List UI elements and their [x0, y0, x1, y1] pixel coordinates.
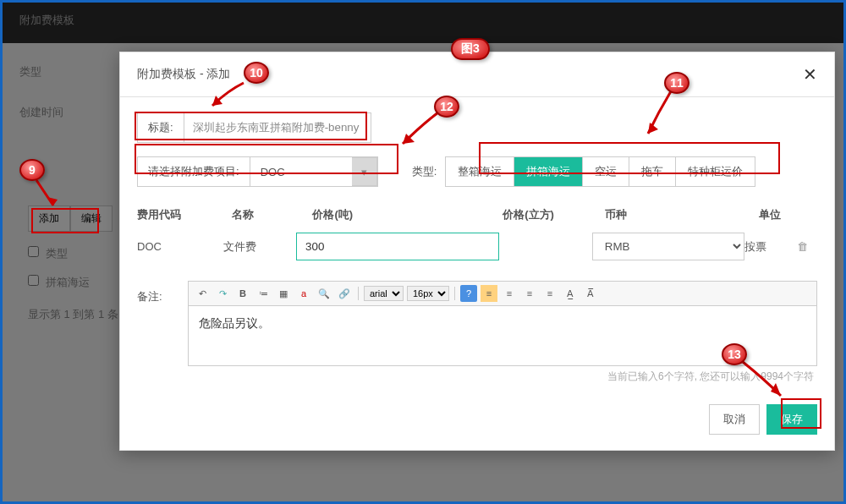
align-left-icon[interactable]: ≡: [481, 285, 497, 302]
th-name: 名称: [232, 207, 312, 222]
size-select[interactable]: 16px: [407, 286, 449, 301]
font-increase-icon[interactable]: A̅: [582, 285, 599, 302]
fee-table: 费用代码 名称 价格(吨) 价格(立方) 币种 单位 DOC 文件费 RMB: [137, 200, 817, 264]
editor-column: ↶ ↷ B ≔ ▦ a 🔍 🔗 arial 16px ? ≡: [188, 281, 817, 384]
arrow-10: [206, 79, 248, 112]
font-decrease-icon[interactable]: A̲: [562, 285, 579, 302]
type-label: 类型:: [412, 164, 437, 179]
editor-content[interactable]: 危险品另议。: [189, 306, 816, 365]
close-icon[interactable]: ✕: [803, 64, 817, 85]
trash-icon[interactable]: 🗑: [797, 240, 808, 253]
td-unit: 按票: [744, 239, 798, 255]
font-select[interactable]: arial: [364, 286, 404, 301]
annotation-box-10: [135, 112, 367, 140]
table-header: 费用代码 名称 价格(吨) 价格(立方) 币种 单位: [137, 200, 817, 229]
separator: [454, 287, 455, 300]
td-name: 文件费: [223, 239, 296, 255]
table-icon[interactable]: ▦: [275, 285, 292, 302]
separator: [358, 287, 359, 300]
rich-editor: ↶ ↷ B ≔ ▦ a 🔍 🔗 arial 16px ? ≡: [188, 281, 817, 366]
td-delete: 🗑: [797, 240, 817, 253]
td-currency: RMB: [592, 233, 744, 260]
search-icon[interactable]: 🔍: [316, 285, 332, 302]
format-icon[interactable]: ≔: [255, 285, 272, 302]
th-code: 费用代码: [137, 207, 232, 222]
arrow-9: [32, 176, 66, 214]
annotation-box-11: [479, 142, 780, 174]
th-price-m3: 价格(立方): [503, 207, 605, 222]
align-justify-icon[interactable]: ≡: [541, 285, 558, 302]
annotation-box-12: [135, 144, 398, 174]
svg-marker-0: [47, 197, 58, 205]
arrow-12: [396, 108, 442, 151]
attach-icon[interactable]: 🔗: [336, 285, 353, 302]
svg-marker-4: [771, 383, 781, 396]
table-row: DOC 文件费 RMB 按票 🗑: [137, 229, 817, 264]
arrow-11: [641, 87, 679, 142]
remarks-label: 备注:: [137, 281, 179, 304]
currency-select[interactable]: RMB: [592, 233, 744, 260]
th-currency: 币种: [605, 207, 759, 222]
price-ton-input[interactable]: [296, 233, 499, 260]
cancel-button[interactable]: 取消: [709, 404, 760, 435]
remarks-row: 备注: ↶ ↷ B ≔ ▦ a 🔍 🔗 arial 16px: [137, 281, 817, 384]
redo-icon[interactable]: ↷: [214, 285, 231, 302]
char-count: 当前已输入6个字符, 您还可以输入9994个字符: [188, 370, 817, 384]
td-price-ton: [296, 233, 499, 260]
help-icon[interactable]: ?: [460, 285, 477, 302]
td-code: DOC: [137, 240, 223, 253]
editor-toolbar: ↶ ↷ B ≔ ▦ a 🔍 🔗 arial 16px ? ≡: [189, 282, 816, 306]
bold-icon[interactable]: B: [234, 285, 251, 302]
th-price-ton: 价格(吨): [312, 207, 503, 222]
align-right-icon[interactable]: ≡: [521, 285, 538, 302]
undo-icon[interactable]: ↶: [194, 285, 211, 302]
text-color-icon[interactable]: a: [295, 285, 312, 302]
arrow-13: [739, 358, 789, 404]
th-unit: 单位: [759, 207, 817, 222]
align-center-icon[interactable]: ≡: [501, 285, 518, 302]
